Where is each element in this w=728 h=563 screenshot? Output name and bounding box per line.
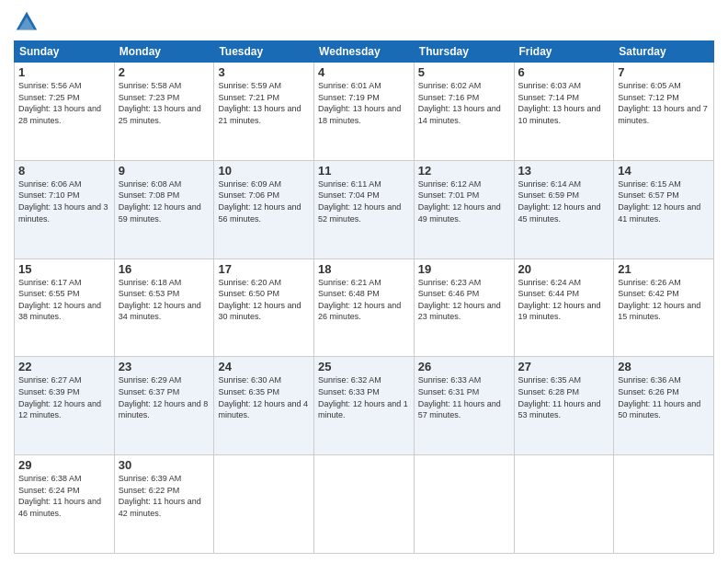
header-day-tuesday: Tuesday xyxy=(214,41,314,63)
sunset-text: Sunset: 7:10 PM xyxy=(18,190,80,200)
day-number: 8 xyxy=(18,164,110,178)
calendar-cell xyxy=(614,455,714,554)
sunrise-text: Sunrise: 6:35 AM xyxy=(518,375,582,385)
sunset-text: Sunset: 6:28 PM xyxy=(518,387,580,396)
cell-info: Sunrise: 6:32 AM Sunset: 6:33 PM Dayligh… xyxy=(318,374,410,420)
day-number: 7 xyxy=(618,65,710,79)
sunrise-text: Sunrise: 6:29 AM xyxy=(119,375,182,385)
calendar-week-3: 15 Sunrise: 6:17 AM Sunset: 6:55 PM Dayl… xyxy=(15,259,714,357)
day-number: 22 xyxy=(18,360,110,373)
day-number: 25 xyxy=(318,360,410,373)
sunrise-text: Sunrise: 6:05 AM xyxy=(618,81,681,90)
sunset-text: Sunset: 7:25 PM xyxy=(18,93,80,102)
header-day-sunday: Sunday xyxy=(15,41,115,63)
calendar-cell xyxy=(514,455,614,554)
cell-info: Sunrise: 6:14 AM Sunset: 6:59 PM Dayligh… xyxy=(518,178,610,224)
daylight-text: Daylight: 12 hours and 52 minutes. xyxy=(318,202,401,224)
calendar-cell: 18 Sunrise: 6:21 AM Sunset: 6:48 PM Dayl… xyxy=(314,259,415,357)
daylight-text: Daylight: 13 hours and 7 minutes. xyxy=(618,104,708,125)
daylight-text: Daylight: 12 hours and 59 minutes. xyxy=(119,202,201,224)
daylight-text: Daylight: 12 hours and 30 minutes. xyxy=(218,301,301,322)
day-number: 11 xyxy=(318,164,410,178)
daylight-text: Daylight: 13 hours and 10 minutes. xyxy=(518,104,601,125)
day-number: 2 xyxy=(119,65,210,79)
sunrise-text: Sunrise: 6:33 AM xyxy=(418,375,482,385)
day-number: 16 xyxy=(119,262,210,276)
day-number: 23 xyxy=(119,360,210,373)
cell-info: Sunrise: 6:20 AM Sunset: 6:50 PM Dayligh… xyxy=(218,277,310,323)
calendar-cell: 3 Sunrise: 5:59 AM Sunset: 7:21 PM Dayli… xyxy=(214,63,314,161)
sunset-text: Sunset: 7:23 PM xyxy=(119,93,180,102)
calendar-week-2: 8 Sunrise: 6:06 AM Sunset: 7:10 PM Dayli… xyxy=(15,160,714,259)
cell-info: Sunrise: 6:36 AM Sunset: 6:26 PM Dayligh… xyxy=(618,374,710,420)
header-day-thursday: Thursday xyxy=(414,41,514,63)
daylight-text: Daylight: 12 hours and 38 minutes. xyxy=(18,301,101,322)
sunrise-text: Sunrise: 6:01 AM xyxy=(318,81,381,90)
calendar-cell: 10 Sunrise: 6:09 AM Sunset: 7:06 PM Dayl… xyxy=(214,160,314,259)
cell-info: Sunrise: 6:39 AM Sunset: 6:22 PM Dayligh… xyxy=(119,473,210,519)
sunrise-text: Sunrise: 6:18 AM xyxy=(119,278,182,287)
daylight-text: Daylight: 13 hours and 18 minutes. xyxy=(318,104,401,125)
daylight-text: Daylight: 12 hours and 41 minutes. xyxy=(618,202,700,224)
calendar-page: SundayMondayTuesdayWednesdayThursdayFrid… xyxy=(0,0,728,563)
calendar-cell: 21 Sunrise: 6:26 AM Sunset: 6:42 PM Dayl… xyxy=(614,259,714,357)
cell-info: Sunrise: 6:03 AM Sunset: 7:14 PM Dayligh… xyxy=(518,80,610,126)
daylight-text: Daylight: 12 hours and 26 minutes. xyxy=(318,301,401,322)
cell-info: Sunrise: 6:24 AM Sunset: 6:44 PM Dayligh… xyxy=(518,277,610,323)
calendar-week-5: 29 Sunrise: 6:38 AM Sunset: 6:24 PM Dayl… xyxy=(15,455,714,554)
cell-info: Sunrise: 6:30 AM Sunset: 6:35 PM Dayligh… xyxy=(218,374,310,420)
calendar-cell: 19 Sunrise: 6:23 AM Sunset: 6:46 PM Dayl… xyxy=(414,259,514,357)
day-number: 18 xyxy=(318,262,410,276)
sunset-text: Sunset: 6:31 PM xyxy=(418,387,480,396)
sunrise-text: Sunrise: 6:27 AM xyxy=(18,375,82,385)
calendar-table: SundayMondayTuesdayWednesdayThursdayFrid… xyxy=(14,40,714,554)
calendar-cell: 28 Sunrise: 6:36 AM Sunset: 6:26 PM Dayl… xyxy=(614,357,714,455)
daylight-text: Daylight: 12 hours and 19 minutes. xyxy=(518,301,601,322)
daylight-text: Daylight: 13 hours and 28 minutes. xyxy=(18,104,101,125)
day-number: 12 xyxy=(418,164,510,178)
sunset-text: Sunset: 7:14 PM xyxy=(518,93,580,102)
calendar-cell: 8 Sunrise: 6:06 AM Sunset: 7:10 PM Dayli… xyxy=(15,160,115,259)
cell-info: Sunrise: 6:01 AM Sunset: 7:19 PM Dayligh… xyxy=(318,80,410,126)
sunrise-text: Sunrise: 6:12 AM xyxy=(418,179,482,189)
calendar-header-row: SundayMondayTuesdayWednesdayThursdayFrid… xyxy=(15,41,714,63)
daylight-text: Daylight: 13 hours and 3 minutes. xyxy=(18,202,108,224)
sunrise-text: Sunrise: 6:36 AM xyxy=(618,375,681,385)
calendar-cell: 5 Sunrise: 6:02 AM Sunset: 7:16 PM Dayli… xyxy=(414,63,514,161)
calendar-cell: 27 Sunrise: 6:35 AM Sunset: 6:28 PM Dayl… xyxy=(514,357,614,455)
day-number: 13 xyxy=(518,164,610,178)
sunrise-text: Sunrise: 6:21 AM xyxy=(318,278,381,287)
day-number: 6 xyxy=(518,65,610,79)
sunset-text: Sunset: 6:42 PM xyxy=(618,289,679,298)
day-number: 30 xyxy=(119,458,210,472)
cell-info: Sunrise: 6:08 AM Sunset: 7:08 PM Dayligh… xyxy=(119,178,210,224)
day-number: 10 xyxy=(218,164,310,178)
calendar-week-4: 22 Sunrise: 6:27 AM Sunset: 6:39 PM Dayl… xyxy=(15,357,714,455)
day-number: 4 xyxy=(318,65,410,79)
calendar-cell: 15 Sunrise: 6:17 AM Sunset: 6:55 PM Dayl… xyxy=(15,259,115,357)
daylight-text: Daylight: 13 hours and 14 minutes. xyxy=(418,104,501,125)
day-number: 28 xyxy=(618,360,710,373)
sunset-text: Sunset: 6:39 PM xyxy=(18,387,80,396)
cell-info: Sunrise: 6:29 AM Sunset: 6:37 PM Dayligh… xyxy=(119,374,210,420)
calendar-cell: 6 Sunrise: 6:03 AM Sunset: 7:14 PM Dayli… xyxy=(514,63,614,161)
sunrise-text: Sunrise: 6:06 AM xyxy=(18,179,82,189)
sunset-text: Sunset: 7:19 PM xyxy=(318,93,380,102)
calendar-cell: 1 Sunrise: 5:56 AM Sunset: 7:25 PM Dayli… xyxy=(15,63,115,161)
daylight-text: Daylight: 13 hours and 25 minutes. xyxy=(119,104,201,125)
daylight-text: Daylight: 13 hours and 21 minutes. xyxy=(218,104,301,125)
sunrise-text: Sunrise: 5:56 AM xyxy=(18,81,82,90)
day-number: 14 xyxy=(618,164,710,178)
calendar-cell: 22 Sunrise: 6:27 AM Sunset: 6:39 PM Dayl… xyxy=(15,357,115,455)
sunset-text: Sunset: 6:55 PM xyxy=(18,289,80,298)
daylight-text: Daylight: 11 hours and 57 minutes. xyxy=(418,399,501,420)
calendar-cell: 26 Sunrise: 6:33 AM Sunset: 6:31 PM Dayl… xyxy=(414,357,514,455)
calendar-cell: 12 Sunrise: 6:12 AM Sunset: 7:01 PM Dayl… xyxy=(414,160,514,259)
sunset-text: Sunset: 6:33 PM xyxy=(318,387,380,396)
sunrise-text: Sunrise: 6:23 AM xyxy=(418,278,482,287)
cell-info: Sunrise: 6:12 AM Sunset: 7:01 PM Dayligh… xyxy=(418,178,510,224)
sunset-text: Sunset: 7:21 PM xyxy=(218,93,279,102)
cell-info: Sunrise: 6:38 AM Sunset: 6:24 PM Dayligh… xyxy=(18,473,110,519)
calendar-week-1: 1 Sunrise: 5:56 AM Sunset: 7:25 PM Dayli… xyxy=(15,63,714,161)
day-number: 29 xyxy=(18,458,110,472)
